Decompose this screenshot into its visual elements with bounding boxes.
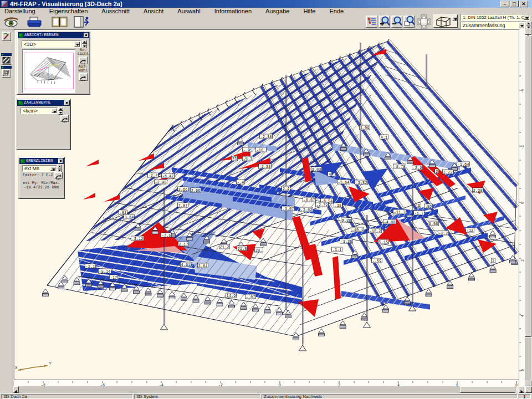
svg-text:3.64: 3.64: [125, 215, 134, 219]
svg-text:-3.52: -3.52: [355, 181, 367, 185]
svg-text:-10.2: -10.2: [369, 229, 381, 233]
svg-text:-11.7: -11.7: [393, 210, 405, 214]
svg-text:2.66: 2.66: [191, 188, 201, 193]
svg-text:2.22: 2.22: [443, 170, 453, 175]
svg-text:2: 2: [492, 259, 494, 263]
svg-text:-3.64: -3.64: [337, 180, 349, 185]
svg-text:-3.02: -3.02: [300, 208, 312, 212]
svg-text:2.17: 2.17: [179, 242, 188, 247]
svg-text:.38: .38: [335, 203, 342, 208]
svg-text:4.61: 4.61: [181, 263, 191, 267]
svg-text:-3.1: -3.1: [332, 248, 342, 252]
svg-text:-17: -17: [110, 275, 117, 280]
svg-text:-3.07: -3.07: [282, 207, 294, 211]
svg-text:-2.38: -2.38: [259, 165, 270, 169]
svg-text:-.95: -.95: [243, 148, 253, 152]
svg-text:9.38: 9.38: [342, 218, 351, 223]
svg-text:X: X: [15, 365, 18, 370]
svg-text:Z: Z: [48, 79, 49, 82]
svg-text:2.4: 2.4: [283, 187, 290, 191]
svg-text:-3.12: -3.12: [131, 237, 143, 241]
svg-text:-2.98: -2.98: [155, 180, 166, 185]
svg-text:-6.67: -6.67: [303, 198, 315, 202]
svg-text:7.07: 7.07: [178, 203, 188, 208]
svg-text:-4.88: -4.88: [383, 220, 395, 224]
svg-text:-2: -2: [520, 145, 525, 150]
svg-text:-.59: -.59: [372, 259, 382, 263]
svg-text:2.66: 2.66: [178, 187, 188, 192]
svg-text:-.4: -.4: [237, 180, 244, 185]
svg-text:14.9: 14.9: [227, 294, 236, 298]
svg-text:20.: 20.: [255, 248, 263, 253]
svg-text:-2.2: -2.2: [439, 231, 448, 236]
svg-text:-2.9: -2.9: [413, 166, 422, 170]
svg-text:-5.3: -5.3: [243, 157, 253, 161]
svg-text:Y: Y: [49, 361, 52, 366]
svg-text:6.56: 6.56: [429, 222, 438, 226]
svg-text:-2.78: -2.78: [393, 165, 405, 169]
svg-text:0: 0: [520, 202, 525, 204]
svg-text:-10.1: -10.1: [351, 228, 363, 232]
svg-text:4.1: 4.1: [381, 135, 388, 140]
svg-text:4: 4: [520, 315, 525, 317]
svg-text:-12: -12: [467, 228, 474, 233]
svg-text:-2.1: -2.1: [86, 264, 95, 269]
svg-text:-5.14: -5.14: [99, 269, 110, 274]
svg-text:2.38: 2.38: [473, 188, 483, 193]
svg-text:3.64: 3.64: [198, 264, 208, 268]
svg-text:21.5: 21.5: [238, 247, 247, 251]
svg-text:21.2: 21.2: [220, 245, 229, 249]
svg-text:-2.79: -2.79: [316, 203, 328, 207]
svg-text:73: 73: [232, 157, 237, 161]
svg-text:2: 2: [520, 259, 525, 262]
svg-text:.02: .02: [120, 211, 127, 215]
svg-text:4: 4: [329, 172, 331, 177]
svg-text:6: 6: [418, 203, 420, 208]
svg-text:-1.64: -1.64: [457, 162, 469, 167]
svg-text:5.15: 5.15: [379, 240, 388, 244]
svg-text:-2.4: -2.4: [149, 173, 158, 178]
svg-text:3.09: 3.09: [360, 126, 370, 130]
svg-text:-7.5: -7.5: [162, 233, 171, 238]
svg-text:-.07: -.07: [246, 295, 255, 299]
svg-text:6: 6: [520, 369, 525, 371]
svg-text:-4: -4: [520, 89, 525, 94]
svg-text:-3.36: -3.36: [340, 239, 352, 244]
svg-text:2: 2: [436, 170, 438, 174]
svg-text:3.03: 3.03: [312, 167, 321, 172]
svg-text:-10.: -10.: [257, 148, 266, 152]
svg-text:.59: .59: [425, 204, 432, 209]
svg-text:-1.7: -1.7: [415, 211, 424, 216]
svg-text:-2.38: -2.38: [260, 135, 272, 139]
svg-text:-6.47: -6.47: [162, 174, 173, 178]
